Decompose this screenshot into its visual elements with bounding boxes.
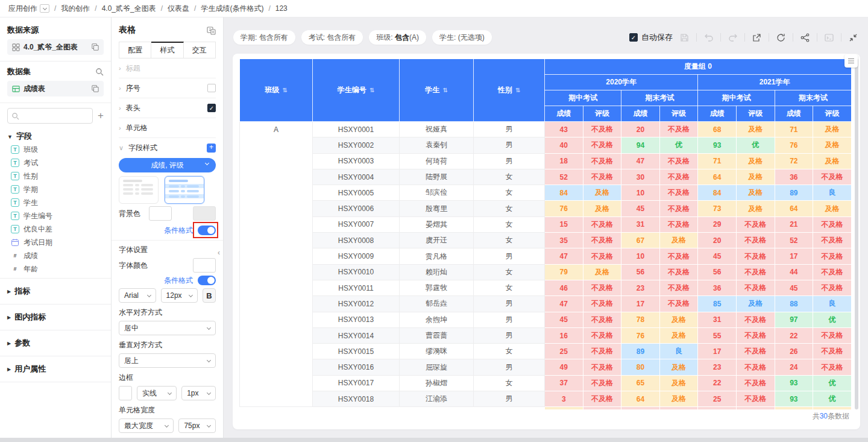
border-width-select[interactable]: 1px — [181, 386, 216, 400]
font-size-select[interactable]: 12px — [161, 288, 198, 303]
section-参数[interactable]: ▶参数 — [7, 330, 104, 356]
add-field-style-button[interactable]: + — [207, 144, 216, 153]
field-style-section[interactable]: 字段样式 — [128, 143, 157, 153]
breadcrumb-root[interactable]: 应用创作 — [8, 4, 49, 14]
style-section-序号[interactable]: ›序号 — [119, 78, 216, 98]
h-align-select[interactable]: 居中 — [119, 321, 216, 335]
share-icon[interactable] — [800, 33, 810, 43]
bold-button[interactable]: B — [203, 288, 216, 303]
section-用户属性[interactable]: ▶用户属性 — [7, 356, 104, 382]
metric-header: 成绩 — [775, 106, 813, 122]
breadcrumb-item[interactable]: 仪表盘 — [168, 4, 189, 13]
filter-chip[interactable]: 班级: 包含(A) — [369, 30, 426, 45]
border-label: 边框 — [119, 373, 216, 383]
section-图内指标[interactable]: ▶图内指标 — [7, 305, 104, 330]
v-align-select[interactable]: 居上 — [119, 353, 216, 368]
font-family-select[interactable]: Arial — [119, 288, 156, 303]
bg-color-swatch-disabled[interactable] — [193, 206, 216, 221]
field-item-年龄[interactable]: #年龄 — [7, 262, 104, 276]
style-section-标题[interactable]: ›标题 — [119, 58, 216, 78]
filter-chip[interactable]: 学生: (无选项) — [432, 30, 492, 45]
font-color-swatch[interactable] — [193, 258, 216, 273]
tab-配置[interactable]: 配置 — [119, 42, 151, 58]
field-item-考试日期[interactable]: 考试日期 — [7, 236, 104, 249]
export-icon[interactable] — [752, 33, 762, 43]
border-color-swatch[interactable] — [119, 386, 132, 400]
field-item-学期[interactable]: T学期 — [7, 183, 104, 196]
chevron-down-icon[interactable] — [40, 4, 49, 13]
datasource-item[interactable]: 4.0_贰爷_全图表 — [7, 39, 104, 55]
rating-cell: 及格 — [736, 169, 775, 185]
table-widget-card[interactable]: 班级 ⇅学生编号 ⇅学生 ⇅性别 ⇅度量组 02020学年2021学年期中考试期… — [233, 54, 860, 429]
field-selector-dropdown[interactable]: 成绩, 评级 — [119, 158, 216, 172]
add-field-button[interactable]: + — [98, 110, 104, 122]
autosave-checkbox[interactable]: ✓ — [629, 33, 638, 42]
score-cell: 22 — [698, 375, 737, 391]
rating-cell: 不及格 — [583, 169, 621, 185]
table-scrollbar[interactable] — [855, 58, 858, 409]
column-header-学生[interactable]: 学生 ⇅ — [400, 59, 474, 122]
style-section-单元格[interactable]: ›单元格 — [119, 118, 216, 138]
panel-collapse-handle[interactable]: ‹ — [218, 244, 224, 261]
copy-icon[interactable] — [92, 43, 99, 51]
widget-corner-icon[interactable] — [844, 54, 858, 68]
filter-chip[interactable]: 考试: 包含所有 — [301, 30, 363, 45]
font-conditional-format-link[interactable]: 条件格式 — [164, 276, 193, 286]
column-header-学生编号[interactable]: 学生编号 ⇅ — [313, 59, 400, 122]
field-item-考试[interactable]: T考试 — [7, 156, 104, 169]
autosave-control[interactable]: ✓ 自动保存 — [629, 32, 673, 43]
redo-icon[interactable] — [728, 33, 738, 43]
refresh-icon[interactable] — [776, 33, 786, 43]
tab-交互[interactable]: 交互 — [184, 42, 216, 58]
border-style-select[interactable]: 实线 — [137, 386, 177, 400]
style-section-表头[interactable]: ›表头✓ — [119, 98, 216, 118]
field-item-性别[interactable]: T性别 — [7, 169, 104, 183]
field-item-优良中差[interactable]: T优良中差 — [7, 223, 104, 236]
filter-chip[interactable]: 学期: 包含所有 — [233, 30, 295, 45]
score-cell: 52 — [545, 169, 583, 185]
field-item-学生编号[interactable]: T学生编号 — [7, 209, 104, 223]
dataset-item[interactable]: 成绩表 — [7, 81, 104, 96]
student-id-cell: HSXY0014 — [313, 327, 400, 343]
表头-checkbox[interactable]: ✓ — [207, 104, 216, 112]
copy-icon[interactable] — [92, 85, 99, 92]
column-header-班级[interactable]: 班级 ⇅ — [240, 59, 313, 122]
field-item-班级[interactable]: T班级 — [7, 143, 104, 156]
cell-width-mode-select[interactable]: 最大宽度 — [119, 418, 174, 433]
undo-icon[interactable] — [703, 33, 714, 43]
column-header-性别[interactable]: 性别 ⇅ — [474, 59, 545, 122]
table-style-striped[interactable] — [165, 176, 204, 204]
field-item-学生[interactable]: T学生 — [7, 196, 104, 209]
autosave-label: 自动保存 — [641, 32, 673, 43]
chart-switch-icon[interactable] — [207, 26, 216, 35]
rating-cell: 及格 — [736, 185, 775, 201]
序号-checkbox[interactable] — [207, 84, 216, 92]
table-style-plain[interactable] — [119, 176, 159, 204]
field-search-input[interactable] — [7, 108, 93, 124]
student-id-cell: HSXY0011 — [313, 280, 400, 295]
save-icon[interactable] — [679, 33, 690, 43]
breadcrumb-item[interactable]: 4.0_贰爷_全图表 — [102, 4, 156, 13]
tab-样式[interactable]: 样式 — [151, 42, 183, 58]
breadcrumb-item[interactable]: 123 — [275, 4, 288, 13]
page-scrollbar[interactable] — [0, 438, 868, 442]
font-conditional-format-toggle[interactable] — [198, 276, 216, 285]
field-item-成绩[interactable]: #成绩 — [7, 249, 104, 262]
metric-header: 成绩 — [545, 106, 583, 122]
rating-cell: 不及格 — [583, 391, 621, 407]
bg-color-swatch[interactable] — [149, 206, 172, 221]
search-icon[interactable] — [95, 68, 104, 76]
fields-section-title[interactable]: ▼字段 — [7, 131, 104, 142]
table-row: HSXY0014曹霞蔷男16不及格76及格55不及格22不及格 — [240, 327, 852, 343]
cell-width-value-select[interactable]: 75px — [178, 418, 216, 433]
section-指标[interactable]: ▶指标 — [7, 279, 104, 304]
text-field-icon: T — [11, 225, 19, 233]
collapse-icon[interactable] — [848, 33, 858, 43]
conditional-format-link[interactable]: 条件格式 — [164, 226, 193, 236]
breadcrumb-item[interactable]: 我的创作 — [61, 4, 90, 13]
terminal-icon[interactable] — [824, 33, 834, 43]
student-id-cell: HSXY0015 — [313, 344, 400, 359]
score-cell: 72 — [775, 153, 813, 169]
score-cell: 47 — [545, 248, 583, 264]
breadcrumb-item[interactable]: 学生成绩(条件格式) — [201, 4, 263, 13]
